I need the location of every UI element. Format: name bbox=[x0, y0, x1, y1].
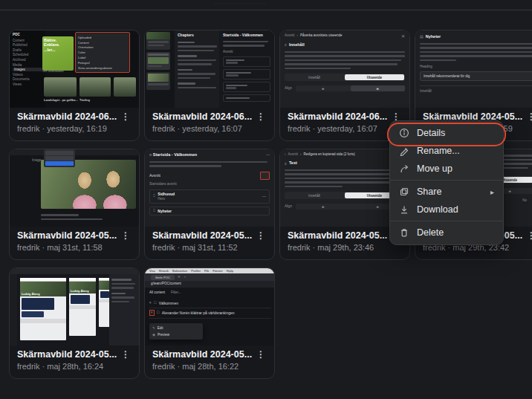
screenshot-thumbnail[interactable]: VisaHistorik BokmärkenProfiler FlikFönst… bbox=[145, 268, 274, 346]
mini-titlebar bbox=[10, 268, 139, 274]
mini-panel: ▤Nyheter Heading Innehåll rekommenderat … bbox=[415, 30, 532, 108]
menu-item-label: Delete bbox=[417, 227, 444, 238]
kebab-menu-icon[interactable]: ⋮ bbox=[120, 349, 132, 360]
file-meta: fredrik · yesterday, 16:07 bbox=[152, 124, 267, 133]
screenshot-card[interactable]: Image Skärmavbild 2024-05... ⋮ fredrik ·… bbox=[9, 149, 140, 260]
screenshot-card[interactable]: Chapters Startsida - Välkommen Avsnitt S… bbox=[144, 30, 275, 141]
mini-caption: Landslaget - på golfba... bbox=[44, 98, 78, 102]
trash-icon bbox=[399, 227, 409, 238]
mini-tabs: Innehåll Utseende bbox=[285, 74, 405, 81]
screenshot-card[interactable]: POC ContentPublished DraftsScheduled Arc… bbox=[9, 30, 140, 141]
share-icon bbox=[399, 186, 409, 197]
kebab-menu-icon[interactable]: ⋮ bbox=[525, 111, 532, 122]
mini-photo bbox=[80, 77, 111, 97]
mini-thumb-strip bbox=[146, 32, 172, 92]
screenshot-thumbnail[interactable]: Chapters Startsida - Välkommen Avsnitt bbox=[145, 30, 274, 108]
mini-sidebar: POC ContentPublished DraftsScheduled Arc… bbox=[10, 30, 45, 108]
mini-panel: ≡ Startsida - Välkommen — Avsnitt Starts… bbox=[145, 149, 274, 227]
kebab-menu-icon[interactable]: ⋮ bbox=[120, 230, 132, 241]
mini-content-panel: Startsida - Välkommen Avsnitt bbox=[219, 30, 274, 108]
context-menu: Details Rename... Move up Share ▸ Downlo… bbox=[389, 120, 504, 245]
kebab-menu-icon[interactable]: ⋮ bbox=[255, 111, 267, 122]
file-meta: fredrik · maj 31st, 11:58 bbox=[17, 243, 132, 252]
top-divider bbox=[0, 10, 532, 10]
mini-url-bar: g/team/POC/content bbox=[145, 281, 274, 288]
mini-dropdown bbox=[44, 149, 75, 167]
file-meta: fredrik · yesterday, 16:19 bbox=[17, 124, 132, 133]
mini-caption: GIF-animationer bbox=[42, 69, 64, 73]
mini-toolbar bbox=[10, 274, 17, 346]
file-title: Skärmavbild 2024-06... bbox=[152, 111, 252, 122]
screenshot-thumbnail[interactable]: POC ContentPublished DraftsScheduled Arc… bbox=[10, 30, 139, 108]
mini-input: Innehåll rekommenderat för dig bbox=[420, 71, 532, 81]
screenshot-thumbnail[interactable]: Ludvig Åberg Ludvig Åberg bbox=[10, 268, 139, 346]
mini-modal: Avsnitt› Påverka avsnittets utseende ✕ ≡… bbox=[280, 30, 409, 108]
screenshot-card[interactable]: VisaHistorik BokmärkenProfiler FlikFönst… bbox=[144, 267, 275, 379]
menu-item-delete[interactable]: Delete bbox=[390, 224, 503, 241]
mini-list-item: ⠿ Nyheter bbox=[149, 207, 270, 216]
menu-item-label: Details bbox=[417, 128, 445, 138]
mini-tabs: Innehåll Utseende bbox=[285, 192, 405, 199]
mini-green-tile: Bättre. Enklare. ...ler... bbox=[42, 36, 74, 71]
file-meta: fredrik · yesterday, 16:07 bbox=[288, 124, 402, 133]
kebab-menu-icon[interactable]: ⋮ bbox=[255, 230, 267, 241]
mini-highlighted-button bbox=[260, 172, 270, 180]
download-icon bbox=[399, 204, 409, 215]
mini-selected-option bbox=[45, 161, 74, 166]
screenshot-thumbnail[interactable]: ▤Nyheter Heading Innehåll rekommenderat … bbox=[415, 30, 532, 108]
file-title: Skärmavbild 2024-05... bbox=[152, 349, 252, 360]
screenshot-thumbnail[interactable]: ≡ Startsida - Välkommen — Avsnitt Starts… bbox=[145, 149, 274, 227]
menu-item-download[interactable]: Download bbox=[390, 201, 503, 218]
kebab-menu-icon[interactable]: ⋮ bbox=[255, 349, 267, 360]
screenshot-thumbnail[interactable]: Avsnitt› Påverka avsnittets utseende ✕ ≡… bbox=[280, 30, 409, 108]
mini-macos-menubar: VisaHistorik BokmärkenProfiler FlikFönst… bbox=[145, 268, 274, 273]
file-meta: fredrik · maj 28th, 16:22 bbox=[152, 362, 267, 371]
mini-settings-panel bbox=[109, 274, 139, 346]
menu-item-label: Move up bbox=[417, 163, 452, 174]
mini-caption: Tävling bbox=[80, 98, 90, 102]
file-title: Skärmavbild 2024-06... bbox=[288, 111, 387, 122]
mini-context-menu: ✎Edit ◉Preview bbox=[149, 323, 203, 340]
info-icon bbox=[399, 128, 409, 138]
file-title: Skärmavbild 2024-06... bbox=[17, 111, 117, 122]
menu-item-label: Share bbox=[417, 186, 441, 197]
menu-separator bbox=[390, 180, 503, 181]
file-title: Skärmavbild 2024-05... bbox=[17, 230, 117, 241]
mini-list-item: ⠿ SidhuvudHero — bbox=[149, 189, 270, 204]
mini-highlighted-handle: ≡ bbox=[149, 310, 155, 316]
mini-workspace-label: POC bbox=[13, 33, 42, 37]
mini-tab-bar: Strife POC ✕＋ bbox=[145, 273, 274, 281]
move-up-icon bbox=[399, 163, 409, 174]
file-title: Skärmavbild 2024-05... bbox=[152, 230, 252, 241]
mini-close-icon: ✕ bbox=[401, 33, 405, 39]
menu-item-rename[interactable]: Rename... bbox=[390, 142, 503, 160]
menu-separator bbox=[390, 221, 503, 221]
mini-photo bbox=[114, 77, 136, 97]
mini-dropdown-highlighted: UploadedContent OrientationColor LabelFo… bbox=[75, 32, 130, 73]
kebab-menu-icon[interactable]: ⋮ bbox=[120, 111, 132, 122]
menu-item-share[interactable]: Share ▸ bbox=[390, 183, 503, 201]
mini-photo bbox=[44, 77, 77, 97]
file-title: Skärmavbild 2024-05... bbox=[288, 230, 387, 241]
mini-label: Image bbox=[32, 158, 42, 163]
file-meta: fredrik · maj 31st, 11:52 bbox=[152, 243, 267, 252]
menu-item-label: Download bbox=[417, 204, 458, 215]
file-meta: fredrik · maj 28th, 16:24 bbox=[17, 362, 132, 371]
mini-tablet-preview: Ludvig Åberg bbox=[69, 278, 96, 336]
menu-item-move-up[interactable]: Move up bbox=[390, 160, 503, 178]
menu-item-label: Rename... bbox=[417, 146, 460, 156]
mini-desktop-preview: Ludvig Åberg bbox=[20, 278, 66, 340]
screenshot-card[interactable]: Ludvig Åberg Ludvig Åberg Skärmavbild 20… bbox=[9, 267, 140, 379]
kebab-menu-icon[interactable]: ⋮ bbox=[525, 230, 532, 241]
submenu-arrow-icon: ▸ bbox=[490, 188, 494, 196]
mini-chapters-panel: Chapters bbox=[175, 30, 224, 108]
menu-item-details[interactable]: Details bbox=[390, 124, 503, 142]
pencil-icon bbox=[399, 146, 409, 156]
screenshot-thumbnail[interactable]: Image bbox=[10, 149, 139, 227]
file-title: Skärmavbild 2024-05... bbox=[17, 349, 117, 360]
file-meta: fredrik · maj 29th, 23:46 bbox=[288, 243, 402, 252]
cropped-toolbar-text: ····················· bbox=[214, 1, 266, 5]
screenshot-card[interactable]: ≡ Startsida - Välkommen — Avsnitt Starts… bbox=[144, 149, 275, 260]
